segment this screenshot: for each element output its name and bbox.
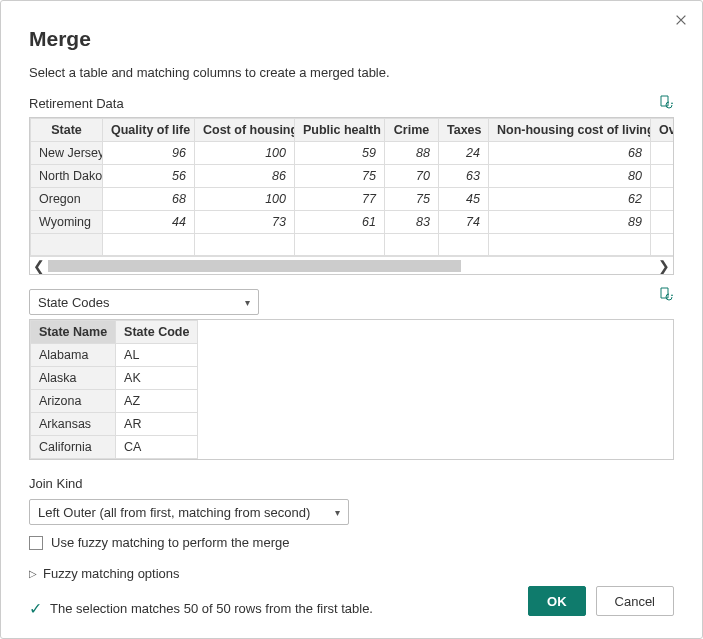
- cancel-button[interactable]: Cancel: [596, 586, 674, 616]
- scroll-right-icon[interactable]: ❯: [655, 258, 673, 274]
- join-kind-dropdown[interactable]: Left Outer (all from first, matching fro…: [29, 499, 349, 525]
- chevron-down-icon: ▾: [245, 297, 250, 308]
- fuzzy-checkbox[interactable]: [29, 536, 43, 550]
- refresh-icon[interactable]: [658, 286, 674, 305]
- col-crime[interactable]: Crime: [385, 119, 439, 142]
- scroll-left-icon[interactable]: ❮: [30, 258, 48, 274]
- fuzzy-checkbox-row[interactable]: Use fuzzy matching to perform the merge: [29, 535, 674, 550]
- table2-dropdown[interactable]: State Codes ▾: [29, 289, 259, 315]
- check-icon: ✓: [29, 599, 42, 618]
- table-row[interactable]: Wyoming 44 73 61 83 74 89: [31, 211, 675, 234]
- col-taxes[interactable]: Taxes: [439, 119, 489, 142]
- dialog-subtitle: Select a table and matching columns to c…: [29, 65, 674, 80]
- table-row[interactable]: ArkansasAR: [31, 413, 198, 436]
- close-icon[interactable]: [674, 13, 688, 30]
- fuzzy-options-expander[interactable]: ▷ Fuzzy matching options: [29, 566, 674, 581]
- table-row[interactable]: AlabamaAL: [31, 344, 198, 367]
- fuzzy-options-label: Fuzzy matching options: [43, 566, 180, 581]
- col-nonhousing[interactable]: Non-housing cost of living: [489, 119, 651, 142]
- table1-scrollbar[interactable]: ❮ ❯: [30, 256, 673, 274]
- chevron-right-icon: ▷: [29, 568, 37, 579]
- join-kind-value: Left Outer (all from first, matching fro…: [38, 505, 310, 520]
- col-state-name[interactable]: State Name: [31, 321, 116, 344]
- table1-preview[interactable]: State Quality of life Cost of housing Pu…: [29, 117, 674, 275]
- table-row-partial: [31, 234, 675, 256]
- col-overall-trunc[interactable]: Ov: [651, 119, 675, 142]
- table-row[interactable]: North Dakota 56 86 75 70 63 80: [31, 165, 675, 188]
- status-text: The selection matches 50 of 50 rows from…: [50, 601, 373, 616]
- table2-dropdown-value: State Codes: [38, 295, 110, 310]
- table-row[interactable]: Oregon 68 100 77 75 45 62: [31, 188, 675, 211]
- col-state[interactable]: State: [31, 119, 103, 142]
- col-state-code[interactable]: State Code: [116, 321, 198, 344]
- table-row[interactable]: AlaskaAK: [31, 367, 198, 390]
- refresh-icon[interactable]: [658, 94, 674, 113]
- table2-preview[interactable]: State Name State Code AlabamaAL AlaskaAK…: [29, 319, 674, 460]
- table-row[interactable]: CaliforniaCA: [31, 436, 198, 459]
- col-housing[interactable]: Cost of housing: [195, 119, 295, 142]
- chevron-down-icon: ▾: [335, 507, 340, 518]
- join-kind-label: Join Kind: [29, 476, 674, 491]
- merge-dialog: Merge Select a table and matching column…: [0, 0, 703, 639]
- scroll-thumb[interactable]: [48, 260, 461, 272]
- table-row[interactable]: New Jersey 96 100 59 88 24 68: [31, 142, 675, 165]
- ok-button[interactable]: OK: [528, 586, 586, 616]
- col-health[interactable]: Public health: [295, 119, 385, 142]
- col-quality[interactable]: Quality of life: [103, 119, 195, 142]
- table1-label: Retirement Data: [29, 96, 124, 111]
- dialog-title: Merge: [29, 27, 674, 51]
- table-row[interactable]: ArizonaAZ: [31, 390, 198, 413]
- fuzzy-checkbox-label: Use fuzzy matching to perform the merge: [51, 535, 289, 550]
